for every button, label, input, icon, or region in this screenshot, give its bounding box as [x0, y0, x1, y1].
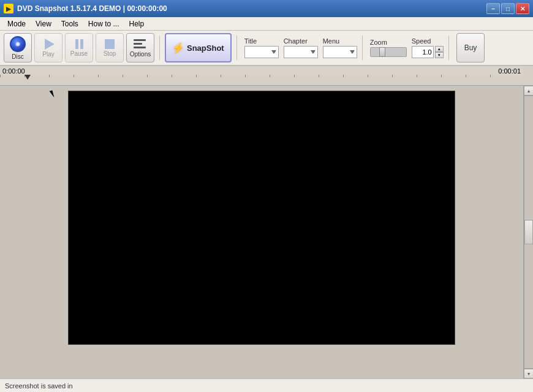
ruler-ticks	[0, 75, 513, 77]
minimize-button[interactable]: –	[486, 3, 500, 14]
lightning-icon: ⚡	[172, 42, 184, 54]
menu-howto[interactable]: How to ...	[83, 18, 124, 30]
speed-up-button[interactable]: ▴	[435, 46, 444, 52]
menu-view[interactable]: View	[31, 18, 56, 30]
title-bar: ▶ DVD Snapshot 1.5.17.4 DEMO | 00:00:00:…	[0, 0, 533, 17]
status-bar: Screenshot is saved in	[0, 379, 533, 392]
stop-label: Stop	[104, 50, 116, 57]
speed-down-button[interactable]: ▾	[435, 52, 444, 58]
video-screen	[68, 91, 455, 345]
video-area	[0, 86, 523, 379]
app-icon: ▶	[4, 4, 13, 13]
separator-4	[448, 36, 449, 60]
main-area: 0:00:00 0:00:01 ▴ ▾	[0, 66, 533, 379]
app-title: DVD Snapshot 1.5.17.4 DEMO | 00:00:00:00	[17, 4, 167, 13]
toolbar: Disc Play Pause Stop Options ⚡ SnapShot	[0, 31, 533, 66]
title-group: Title	[244, 37, 279, 58]
time-start: 0:00:00	[2, 67, 25, 75]
chapter-select[interactable]	[284, 46, 318, 58]
scroll-up-button[interactable]: ▴	[524, 86, 534, 96]
timeline: 0:00:00 0:00:01	[0, 66, 533, 86]
speed-label: Speed	[412, 37, 444, 45]
separator-1	[159, 36, 160, 60]
play-button[interactable]: Play	[34, 33, 62, 62]
chapter-label: Chapter	[284, 37, 318, 45]
stop-button[interactable]: Stop	[96, 33, 124, 62]
dvd-menu-select[interactable]	[323, 46, 357, 58]
disc-icon	[10, 36, 26, 52]
scroll-track[interactable]	[524, 96, 534, 369]
play-icon	[45, 39, 55, 50]
title-label: Title	[244, 37, 279, 45]
options-label: Options	[130, 51, 151, 58]
menu-mode[interactable]: Mode	[2, 18, 31, 30]
vertical-scrollbar: ▴ ▾	[523, 86, 533, 379]
scroll-thumb[interactable]	[524, 220, 533, 244]
dvd-menu-label: Menu	[323, 37, 357, 45]
zoom-group: Zoom	[370, 39, 407, 57]
playhead[interactable]	[25, 75, 31, 80]
window-controls: – □ ✕	[486, 3, 529, 14]
speed-input-container: 1.0 ▴ ▾	[412, 46, 444, 58]
time-end: 0:00:01	[498, 67, 521, 75]
menu-group: Menu	[323, 37, 357, 58]
disc-label: Disc	[12, 53, 23, 60]
menu-bar: Mode View Tools How to ... Help	[0, 17, 533, 31]
speed-arrows: ▴ ▾	[435, 46, 444, 58]
close-button[interactable]: ✕	[516, 3, 529, 14]
snapshot-button[interactable]: ⚡ SnapShot	[165, 33, 232, 62]
options-button[interactable]: Options	[126, 33, 154, 62]
pause-icon	[75, 39, 83, 49]
options-icon	[134, 39, 147, 50]
speed-group: Speed 1.0 ▴ ▾	[412, 37, 444, 58]
maximize-button[interactable]: □	[501, 3, 515, 14]
title-select[interactable]	[244, 46, 279, 58]
separator-2	[236, 36, 237, 60]
menu-tools[interactable]: Tools	[56, 18, 83, 30]
buy-button[interactable]: Buy	[456, 33, 485, 62]
chapter-group: Chapter	[284, 37, 318, 58]
menu-help[interactable]: Help	[124, 18, 149, 30]
speed-input[interactable]: 1.0	[412, 46, 434, 58]
timeline-ruler	[0, 66, 523, 76]
pause-label: Pause	[70, 50, 88, 57]
title-bar-content: ▶ DVD Snapshot 1.5.17.4 DEMO | 00:00:00:…	[4, 4, 167, 13]
app-icon-letter: ▶	[6, 6, 11, 12]
disc-button[interactable]: Disc	[4, 33, 32, 62]
status-text: Screenshot is saved in	[5, 382, 73, 390]
pause-button[interactable]: Pause	[65, 33, 93, 62]
stop-icon	[105, 39, 115, 49]
zoom-slider-container	[370, 47, 407, 57]
zoom-slider[interactable]	[370, 47, 407, 57]
separator-3	[362, 36, 363, 60]
zoom-label: Zoom	[370, 39, 407, 46]
play-label: Play	[42, 51, 54, 58]
snapshot-label: SnapShot	[187, 43, 224, 53]
video-container: ▴ ▾	[0, 86, 533, 379]
scroll-down-button[interactable]: ▾	[524, 369, 534, 379]
